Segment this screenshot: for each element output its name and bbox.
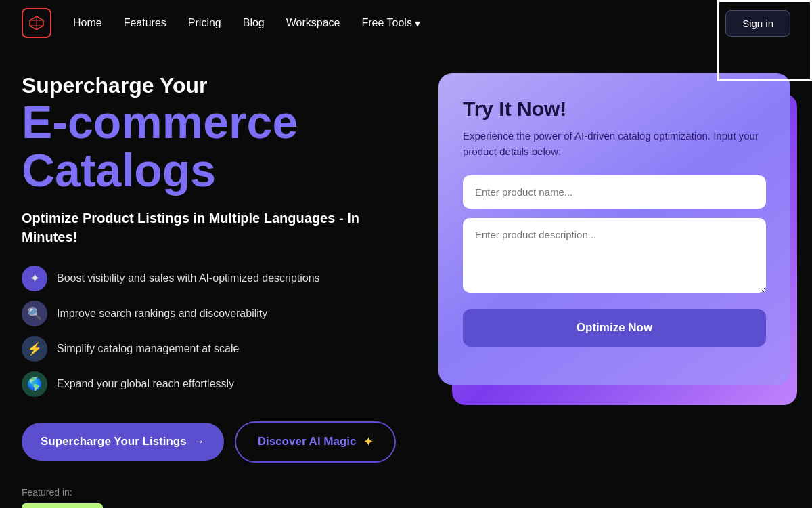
nav-links: Home Features Pricing Blog Workspace Fre…: [73, 17, 725, 30]
hero-section: Supercharge Your E-commerce Catalogs Opt…: [22, 73, 411, 508]
form-title: Try It Now!: [463, 98, 766, 121]
list-item: ✦ Boost visibility and sales with AI-opt…: [22, 266, 411, 291]
list-item: 🌎 Expand your global reach effortlessly: [22, 371, 411, 397]
nav-home[interactable]: Home: [73, 17, 102, 29]
signin-button[interactable]: Sign in: [725, 10, 790, 37]
nav-pricing[interactable]: Pricing: [188, 17, 221, 29]
globe-icon: 🌎: [22, 371, 47, 397]
list-item: ⚡ Simplify catalog management at scale: [22, 336, 411, 362]
navbar: Home Features Pricing Blog Workspace Fre…: [0, 0, 812, 46]
bolt-icon: ⚡: [22, 336, 47, 362]
hero-subtitle: Optimize Product Listings in Multiple La…: [22, 209, 411, 247]
optimize-now-button[interactable]: Optimize Now: [463, 309, 766, 347]
product-name-input[interactable]: [463, 175, 766, 209]
nav-features[interactable]: Features: [124, 17, 166, 29]
form-card: Try It Now! Experience the power of AI-d…: [438, 73, 790, 385]
features-list: ✦ Boost visibility and sales with AI-opt…: [22, 266, 411, 397]
logo[interactable]: [22, 8, 51, 38]
featured-bar: [22, 503, 103, 508]
cta-buttons: Supercharge Your Listings → Discover AI …: [22, 421, 411, 463]
nav-free-tools[interactable]: Free Tools ▾: [362, 17, 420, 30]
discover-ai-button[interactable]: Discover AI Magic ✦: [235, 421, 396, 463]
list-item: 🔍 Improve search rankings and discoverab…: [22, 301, 411, 326]
nav-workspace[interactable]: Workspace: [286, 17, 340, 29]
arrow-icon: →: [194, 435, 205, 448]
sparkle-icon: ✦: [22, 266, 47, 291]
product-description-input[interactable]: [463, 218, 766, 293]
form-description: Experience the power of AI-driven catalo…: [463, 129, 766, 159]
nav-blog[interactable]: Blog: [243, 17, 265, 29]
form-card-wrapper: Try It Now! Experience the power of AI-d…: [438, 73, 790, 385]
featured-in: Featured in:: [22, 487, 411, 508]
supercharge-button[interactable]: Supercharge Your Listings →: [22, 423, 224, 461]
chevron-down-icon: ▾: [415, 17, 420, 30]
hero-title: Supercharge Your E-commerce Catalogs: [22, 73, 411, 195]
search-icon: 🔍: [22, 301, 47, 326]
main-content: Supercharge Your E-commerce Catalogs Opt…: [0, 46, 812, 508]
sparkle-icon: ✦: [363, 435, 373, 449]
